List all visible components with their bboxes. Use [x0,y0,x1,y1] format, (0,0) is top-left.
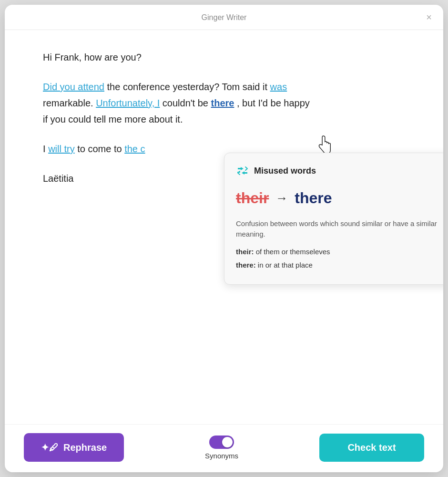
tooltip-description: Confusion between words which sound simi… [236,218,441,240]
misused-words-icon [236,164,249,177]
correction-arrow: → [275,187,288,208]
link-unfortunately[interactable]: Unfortunately, I [96,98,160,108]
title-bar: Ginger Writer × [5,5,443,30]
app-window: Ginger Writer × Hi Frank, how are you? D… [5,5,443,472]
link-will-try[interactable]: will try [48,144,75,154]
text-plain-4: , but I'd be happy [237,98,310,108]
toggle-thumb [222,437,233,447]
link-was[interactable]: was [270,82,287,92]
tooltip-header: Misused words [236,164,441,178]
synonyms-label: Synonyms [205,452,238,460]
text-to-come: to come to [77,144,124,154]
def2-word: there: [236,261,256,269]
link-did-you-attend[interactable]: Did you attend [43,82,104,92]
close-button[interactable]: × [424,10,434,24]
word-there-highlighted[interactable]: there [211,98,234,108]
text-plain-5: if you could tell me more about it. [43,114,183,124]
rephrase-button[interactable]: ✦🖊 Rephrase [24,433,124,462]
main-paragraph: Did you attend the conference yesterday?… [43,79,405,127]
text-plain-2: remarkable. [43,98,96,108]
app-title: Ginger Writer [202,13,247,21]
link-the-c[interactable]: the c [124,144,145,154]
rephrase-icon: ✦🖊 [41,442,59,453]
def2-text: in or at that place [256,261,313,269]
correction-line: their → there [236,185,441,211]
check-text-button[interactable]: Check text [319,434,424,462]
content-area: Hi Frank, how are you? Did you attend th… [5,30,443,424]
rephrase-label: Rephrase [63,442,107,453]
text-plain-3: couldn't be [163,98,211,108]
def1-text: of them or themseleves [254,248,330,256]
bottom-bar: ✦🖊 Rephrase Synonyms Check text [5,424,443,472]
wrong-word: their [236,185,269,211]
correct-word: there [295,185,332,211]
tooltip-popup: Misused words their → there Confusion be… [224,153,443,285]
text-plain-1: the conference yesterday? Tom said it [107,82,270,92]
greeting-text: Hi Frank, how are you? [43,49,405,65]
text-i: I [43,144,48,154]
synonyms-toggle[interactable] [209,436,234,449]
tooltip-def1: their: of them or themseleves [236,247,441,258]
tooltip-title: Misused words [254,164,316,178]
synonyms-toggle-group: Synonyms [205,436,238,460]
tooltip-def2: there: in or at that place [236,260,441,271]
def1-word: their: [236,248,254,256]
